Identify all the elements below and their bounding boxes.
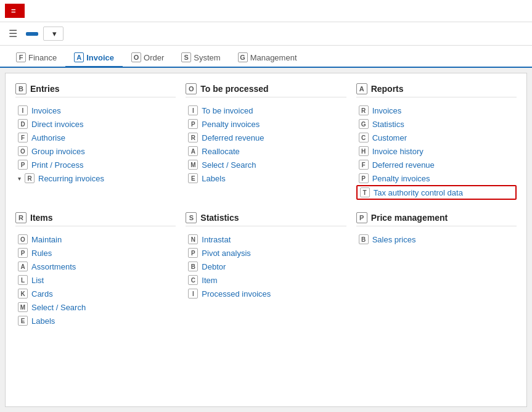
item-key-M-5: M	[18, 302, 28, 312]
main-content: B Entries I Invoices D Direct invoices F…	[5, 73, 527, 407]
menu-item-penalty-invoices[interactable]: P Penalty invoices	[356, 171, 517, 185]
item-label-5: Penalty invoices	[372, 174, 430, 183]
maximize-button[interactable]	[510, 10, 517, 12]
menu-item-invoice-history[interactable]: H Invoice history	[356, 144, 517, 158]
menu-item-processed-invoices[interactable]: I Processed invoices	[186, 287, 346, 300]
dropdown-arrow-icon: ▾	[52, 29, 57, 38]
item-label-2: Debtor	[202, 262, 226, 271]
item-label-2: Deferred revenue	[202, 133, 264, 142]
tab-system[interactable]: S System	[173, 49, 229, 68]
item-key-F-2: F	[18, 133, 28, 142]
section-key-A: A	[356, 83, 367, 94]
menu-item-authorise[interactable]: F Authorise	[15, 131, 176, 144]
menu-item-print--process[interactable]: P Print / Process	[15, 158, 176, 171]
item-key-B-2: B	[188, 262, 198, 271]
item-key-D-1: D	[18, 119, 28, 129]
menu-item-intrastat[interactable]: N Intrastat	[186, 233, 346, 246]
menu-item-tax-authority-control-data[interactable]: T Tax authority control data	[356, 185, 517, 200]
item-key-P-5: P	[359, 173, 369, 183]
tab-label-4: Management	[250, 53, 297, 62]
item-label-5: Labels	[202, 174, 225, 183]
section-header-entries: B Entries	[15, 83, 176, 97]
menu-item-cards[interactable]: K Cards	[15, 287, 176, 300]
menu-item-invoices[interactable]: I Invoices	[15, 104, 176, 117]
section-title-statistics: Statistics	[200, 213, 239, 223]
item-key-L-3: L	[18, 275, 28, 285]
section-title-entries: Entries	[30, 84, 59, 94]
tabs-bar: F Finance A Invoice O Order S System G M…	[0, 46, 532, 68]
menu-item-maintain[interactable]: O Maintain	[15, 233, 176, 246]
tab-finance[interactable]: F Finance	[7, 49, 65, 68]
item-key-G-1: G	[359, 119, 369, 129]
item-key-O-3: O	[18, 146, 28, 156]
section-entries: B Entries I Invoices D Direct invoices F…	[15, 83, 176, 200]
open-company-button[interactable]: ▾	[43, 27, 63, 41]
item-label-0: Invoices	[31, 106, 61, 115]
menu-item-labels[interactable]: E Labels	[15, 314, 176, 328]
menu-item-item[interactable]: C Item	[186, 273, 346, 287]
item-label-3: Item	[202, 276, 217, 285]
menu-item-reallocate[interactable]: A Reallocate	[186, 144, 346, 158]
item-key-M-4: M	[188, 160, 198, 170]
hamburger-button[interactable]: ☰	[5, 25, 21, 42]
item-label-2: Assortments	[31, 262, 76, 271]
menu-item-to-be-invoiced[interactable]: I To be invoiced	[186, 104, 346, 117]
item-key-E-5: E	[188, 173, 198, 183]
menu-item-select--search[interactable]: M Select / Search	[15, 300, 176, 314]
item-label-4: Select / Search	[202, 160, 256, 170]
company-badge	[26, 32, 38, 36]
menu-item-rules[interactable]: P Rules	[15, 246, 176, 260]
menu-item-labels[interactable]: E Labels	[186, 171, 346, 185]
item-label-3: List	[31, 276, 44, 285]
tab-invoice[interactable]: A Invoice	[65, 49, 123, 68]
section-title-reports: Reports	[371, 84, 404, 94]
menu-item-sales-prices[interactable]: B Sales prices	[356, 233, 517, 246]
tab-management[interactable]: G Management	[229, 49, 306, 68]
item-key-P-1: P	[188, 119, 198, 129]
item-label-3: Reallocate	[202, 147, 239, 156]
sections-grid: B Entries I Invoices D Direct invoices F…	[15, 83, 517, 328]
item-label-6: Tax authority control data	[374, 188, 463, 197]
section-key-B: B	[15, 83, 27, 94]
menu-item-recurring-invoices[interactable]: ▾ R Recurring invoices	[15, 171, 176, 185]
item-key-C-2: C	[359, 133, 369, 142]
menu-item-debtor[interactable]: B Debtor	[186, 260, 346, 273]
item-key-B-0: B	[359, 234, 369, 244]
menu-item-select--search[interactable]: M Select / Search	[186, 158, 346, 171]
item-label-0: Maintain	[31, 235, 62, 244]
section-key-R: R	[15, 212, 27, 223]
item-key-P-4: P	[18, 160, 28, 170]
section-title-price-management: Price management	[371, 213, 448, 223]
item-label-1: Pivot analysis	[202, 249, 250, 258]
item-label-4: Cards	[31, 289, 53, 299]
menu-item-deferred-revenue[interactable]: R Deferred revenue	[186, 131, 346, 144]
nav-bar: ☰ ▾	[0, 22, 532, 46]
menu-item-deferred-revenue[interactable]: F Deferred revenue	[356, 158, 517, 171]
close-button[interactable]	[520, 10, 527, 12]
menu-item-pivot-analysis[interactable]: P Pivot analysis	[186, 246, 346, 260]
app-logo: =	[5, 4, 25, 18]
menu-item-direct-invoices[interactable]: D Direct invoices	[15, 117, 176, 131]
help-button[interactable]	[481, 3, 497, 19]
menu-item-list[interactable]: L List	[15, 273, 176, 287]
menu-item-group-invoices[interactable]: O Group invoices	[15, 144, 176, 158]
item-key-H-3: H	[359, 146, 369, 156]
section-items: R Items O Maintain P Rules A Assortments…	[15, 212, 176, 328]
item-key-I-0: I	[18, 105, 28, 115]
item-key-P-1: P	[188, 248, 198, 258]
item-label-3: Invoice history	[372, 147, 424, 156]
section-key-P: P	[356, 212, 367, 223]
minimize-button[interactable]	[500, 10, 507, 12]
menu-item-assortments[interactable]: A Assortments	[15, 260, 176, 273]
menu-item-invoices[interactable]: R Invoices	[356, 104, 517, 117]
tab-order[interactable]: O Order	[123, 49, 173, 68]
tab-label-2: Order	[144, 53, 164, 62]
item-key-A-3: A	[188, 146, 198, 156]
item-label-0: To be invoiced	[202, 106, 253, 115]
menu-item-penalty-invoices[interactable]: P Penalty invoices	[186, 117, 346, 131]
tab-label-3: System	[194, 53, 220, 62]
item-label-4: Deferred revenue	[372, 160, 435, 170]
menu-item-customer[interactable]: C Customer	[356, 131, 517, 144]
item-label-1: Direct invoices	[31, 120, 84, 129]
menu-item-statistics[interactable]: G Statistics	[356, 117, 517, 131]
